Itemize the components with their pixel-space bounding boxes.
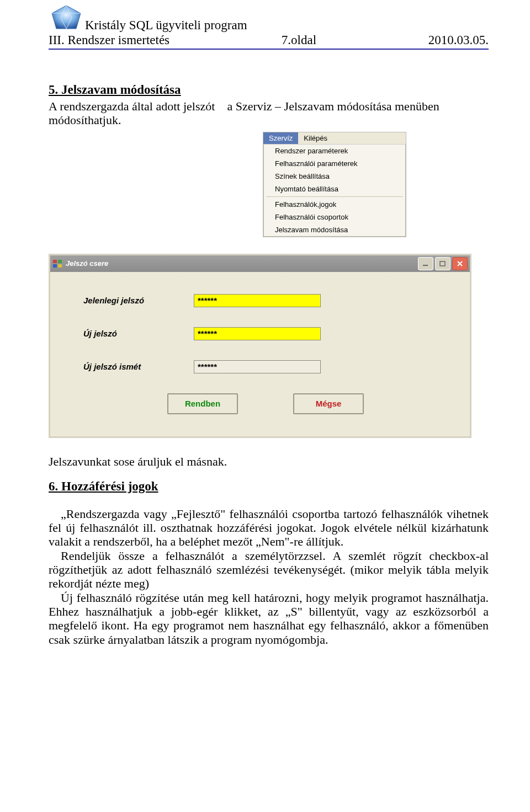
minimize-button[interactable] [418,257,433,270]
svg-rect-6 [423,265,428,266]
current-password-input[interactable] [194,294,321,307]
new-password-again-input[interactable] [194,360,321,373]
menu-item[interactable]: Felhasználói paraméterek [264,157,405,170]
close-button[interactable] [452,257,468,270]
program-title: Kristály SQL ügyviteli program [85,18,247,34]
new-password-label: Új jelszó [83,329,194,338]
menu-item[interactable]: Rendszer paraméterek [264,145,405,157]
menu-item[interactable]: Felhasználói csoportok [264,211,405,223]
new-password-input[interactable] [194,327,321,340]
after-dialog-note: Jelszavunkat sose áruljuk el másnak. [49,455,489,468]
menu-screenshot: Szervíz Kilépés Rendszer paraméterek Fel… [263,132,406,237]
windows-icon [52,259,62,268]
section6-p3: Új felhasználó rögzítése után meg kell h… [49,591,489,647]
section6-title: 6. Hozzáférési jogok [49,479,489,494]
section5-title: 5. Jelszavam módosítása [49,83,489,97]
page-label: 7.oldal [282,33,316,47]
maximize-button[interactable] [435,257,451,270]
svg-rect-4 [53,264,57,268]
chapter-label: III. Rendszer ismertetés [49,33,169,47]
dialog-titlebar: Jelszó csere [50,255,470,272]
new-password-again-label: Új jelszó ismét [83,362,194,371]
svg-marker-0 [52,6,81,29]
svg-rect-7 [440,261,445,266]
svg-rect-5 [58,264,62,268]
dropdown-menu: Rendszer paraméterek Felhasználói paramé… [263,145,406,237]
svg-rect-3 [58,260,62,263]
svg-rect-2 [53,260,57,263]
minimize-icon [422,261,429,266]
password-dialog: Jelszó csere Jelenlegi jelszó Új jelszó [49,254,471,438]
menu-serviz[interactable]: Szervíz [263,132,298,144]
header-divider [49,49,489,50]
maximize-icon [439,261,446,266]
menu-item[interactable]: Jelszavam módosítása [264,223,405,236]
section6-p2: Rendeljük össze a felhasználót a személy… [49,549,489,591]
menu-kilepes[interactable]: Kilépés [298,132,333,144]
date-label: 2010.03.05. [428,33,489,47]
section5-intro: A rendszergazda által adott jelszót a Sz… [49,99,489,127]
menu-bar: Szervíz Kilépés [263,132,406,145]
cancel-button[interactable]: Mégse [293,393,364,414]
menu-item[interactable]: Felhasználók,jogok [264,198,405,211]
menu-separator [266,196,403,197]
ok-button[interactable]: Rendben [167,393,238,414]
dialog-title: Jelszó csere [66,259,418,268]
current-password-label: Jelenlegi jelszó [83,296,194,305]
doc-header: Kristály SQL ügyviteli program [49,0,489,34]
close-icon [457,260,463,267]
doc-subheader: III. Rendszer ismertetés 7.oldal 2010.03… [49,33,489,47]
crystal-logo-icon [49,3,84,34]
menu-item[interactable]: Nyomtató beállítása [264,183,405,195]
section6-p1: „Rendszergazda vagy „Fejlesztő" felhaszn… [49,507,489,549]
menu-item[interactable]: Színek beállítása [264,170,405,183]
